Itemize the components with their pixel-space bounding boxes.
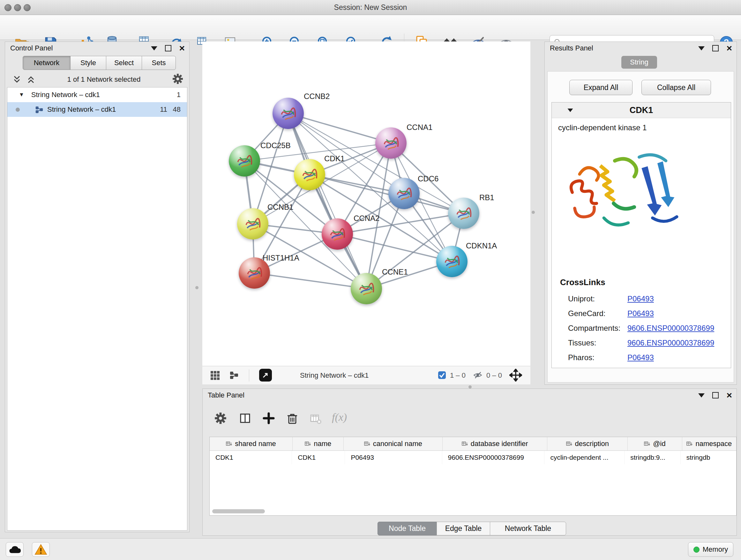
cell-name: CDK1 — [292, 451, 345, 464]
table-settings-gear-icon[interactable] — [214, 412, 227, 426]
column-header-shared-name[interactable]: shared name — [210, 437, 293, 450]
network-collection-label: String Network – cdk1 — [31, 91, 100, 99]
function-builder-icon: f(x) — [332, 411, 347, 423]
network-overview-icon[interactable] — [229, 370, 239, 381]
network-node-label: CDK1 — [324, 154, 345, 163]
tab-style[interactable]: Style — [70, 56, 106, 70]
tab-network-table[interactable]: Network Table — [490, 522, 566, 536]
column-type-icon — [226, 441, 232, 447]
cell-namespace: stringdb — [681, 451, 736, 464]
table-panel-float-icon[interactable] — [712, 392, 719, 398]
main-toolbar: ? — [0, 15, 741, 40]
control-panel-collapse-icon[interactable] — [151, 46, 157, 51]
column-type-icon — [644, 441, 650, 447]
table-panel-collapse-icon[interactable] — [698, 393, 704, 397]
results-panel-float-icon[interactable] — [712, 45, 719, 51]
network-node-label: RB1 — [479, 193, 494, 202]
network-node-label: CDC25B — [260, 141, 291, 150]
network-collection-row[interactable]: ▼ String Network – cdk1 1 — [7, 87, 187, 102]
network-node-label: CCNA2 — [354, 214, 380, 223]
crosslink-compartments-link[interactable]: 9606.ENSP00000378699 — [627, 324, 714, 333]
table-panel-close-icon[interactable]: × — [726, 391, 732, 399]
left-splitter-handle[interactable] — [195, 286, 199, 289]
tab-string[interactable]: String — [621, 56, 657, 69]
grid-view-icon[interactable] — [210, 370, 220, 382]
add-column-icon[interactable] — [262, 412, 275, 426]
column-header-canonical-name[interactable]: canonical name — [344, 437, 443, 450]
detach-view-button[interactable] — [259, 369, 272, 381]
collapse-all-button[interactable]: Collapse All — [642, 80, 711, 95]
control-panel-float-icon[interactable] — [165, 45, 172, 51]
crosslinks-heading: CrossLinks — [560, 277, 605, 287]
column-header-database-identifier[interactable]: database identifier — [443, 437, 547, 450]
delete-column-icon[interactable] — [286, 412, 299, 426]
crosslink-pharos-link[interactable]: P06493 — [627, 353, 654, 362]
column-type-icon — [686, 441, 693, 447]
network-node-CCNB1[interactable] — [237, 208, 268, 240]
network-row-selected[interactable]: String Network – cdk1 11 48 — [7, 102, 187, 117]
network-canvas[interactable]: CCNB2CCNA1CDC25BCDK1CDC6RB1CCNB1CCNA2CDK… — [202, 42, 530, 366]
column-header-name[interactable]: name — [293, 437, 344, 450]
network-node-CCNA2[interactable] — [322, 219, 353, 250]
network-node-label: CCNB2 — [304, 92, 330, 101]
network-node-count: 11 — [160, 105, 167, 114]
network-node-CDC6[interactable] — [388, 178, 420, 209]
control-panel: Control Panel × Network Style Select Set… — [5, 42, 190, 532]
table-row[interactable]: CDK1 CDK1 P06493 9606.ENSP00000378699 cy… — [210, 451, 736, 464]
network-node-CDC25B[interactable] — [229, 145, 260, 177]
tab-sets[interactable]: Sets — [142, 56, 176, 70]
control-panel-tabs: Network Style Select Sets — [23, 56, 176, 70]
network-node-label: CDC6 — [418, 174, 439, 183]
results-panel-close-icon[interactable]: × — [726, 44, 732, 52]
warnings-button[interactable] — [32, 542, 50, 557]
protein-structure-image — [561, 141, 689, 253]
crosslink-row: Pharos: P06493 — [552, 350, 731, 365]
gene-symbol: CDK1 — [552, 105, 731, 115]
tab-edge-table[interactable]: Edge Table — [436, 522, 490, 536]
gene-section-header[interactable]: CDK1 — [552, 103, 731, 118]
tab-select[interactable]: Select — [106, 56, 142, 70]
column-type-icon — [566, 441, 572, 447]
crosslink-label: GeneCard: — [568, 309, 627, 318]
network-node-CCNE1[interactable] — [351, 273, 382, 304]
hidden-eye-icon[interactable] — [473, 370, 482, 381]
memory-button[interactable]: Memory — [688, 542, 733, 557]
selected-checkbox-icon[interactable] — [438, 371, 446, 381]
hidden-counts: 0 – 0 — [486, 366, 502, 384]
collapse-all-tree-icon[interactable] — [12, 75, 22, 84]
network-node-RB1[interactable] — [448, 198, 479, 229]
show-columns-icon[interactable] — [239, 412, 252, 426]
crosslink-uniprot-link[interactable]: P06493 — [627, 294, 654, 303]
crosslink-tissues-link[interactable]: 9606.ENSP00000378699 — [627, 338, 714, 348]
network-node-CDK1[interactable] — [294, 159, 325, 190]
crosslink-genecard-link[interactable]: P06493 — [627, 309, 654, 318]
network-node-CDKN1A[interactable] — [436, 246, 468, 277]
control-panel-close-icon[interactable]: × — [179, 44, 185, 52]
network-options-gear-icon[interactable] — [172, 73, 184, 86]
cloud-status-button[interactable] — [6, 542, 23, 557]
table-horizontal-scrollbar[interactable] — [212, 509, 265, 513]
network-state-dot — [16, 108, 20, 112]
column-header-description[interactable]: description — [547, 437, 628, 450]
network-edges — [202, 42, 530, 366]
column-header-id[interactable]: @id — [628, 437, 682, 450]
expand-all-button[interactable]: Expand All — [569, 80, 632, 95]
network-node-CCNB2[interactable] — [273, 98, 304, 129]
expand-all-tree-icon[interactable] — [26, 75, 36, 84]
results-panel-collapse-icon[interactable] — [698, 46, 704, 51]
cell-canonical-name: P06493 — [345, 451, 442, 464]
crosslink-label: Tissues: — [568, 338, 627, 348]
right-splitter-handle[interactable] — [532, 211, 535, 214]
network-selection-summary: 1 of 1 Network selected — [36, 75, 172, 84]
network-node-CCNA1[interactable] — [375, 127, 407, 159]
column-header-namespace[interactable]: namespace — [682, 437, 736, 450]
network-edge-count: 48 — [173, 105, 181, 114]
tree-expand-icon[interactable]: ▼ — [19, 91, 24, 98]
crosslink-label: Pharos: — [568, 353, 627, 362]
memory-label: Memory — [703, 545, 728, 554]
cell-id: stringdb:9... — [624, 451, 680, 464]
bottom-splitter-handle[interactable] — [468, 385, 472, 388]
pan-crosshair-icon[interactable] — [509, 369, 522, 383]
tab-network[interactable]: Network — [23, 56, 71, 70]
tab-node-table[interactable]: Node Table — [378, 522, 437, 536]
